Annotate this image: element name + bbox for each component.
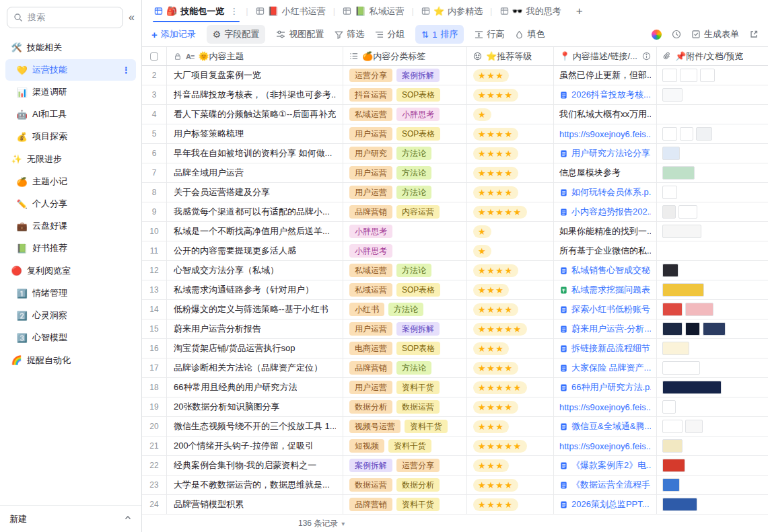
rating-cell[interactable]: ★★★★★	[467, 378, 554, 397]
attachments-cell[interactable]	[657, 417, 768, 436]
doc-link[interactable]: 小内容趋势报告202...	[571, 206, 651, 218]
rating-cell[interactable]: ★★★	[467, 456, 554, 475]
attachment-thumbnail[interactable]	[662, 322, 683, 336]
description-cell[interactable]: 我们私域大概有xx万用...	[554, 105, 657, 124]
description-cell[interactable]: 蔚来用户运营-分析...	[554, 319, 657, 338]
tags-cell[interactable]: 用户运营方法论	[343, 163, 467, 182]
row-number-cell[interactable]: 6	[142, 144, 167, 163]
attachment-thumbnail[interactable]	[680, 127, 693, 141]
select-all-checkbox[interactable]	[150, 52, 158, 61]
tags-cell[interactable]: 小胖思考	[343, 241, 467, 260]
tags-cell[interactable]: 私域运营SOP表格	[343, 280, 467, 299]
generate-form-button[interactable]: 生成表单	[691, 28, 739, 40]
title-cell[interactable]: 蔚来用户运营分析报告	[167, 319, 343, 338]
rating-cell[interactable]: ★★★★	[467, 144, 554, 163]
attachment-thumbnail[interactable]	[662, 459, 685, 472]
row-number-cell[interactable]: 20	[142, 417, 167, 436]
description-cell[interactable]: 私域销售心智成交秘...	[554, 261, 657, 280]
table-tab[interactable]: 🎒技能包一览⋮	[147, 0, 245, 22]
attachment-thumbnail[interactable]	[700, 69, 715, 82]
attachment-thumbnail[interactable]	[662, 420, 683, 433]
title-cell[interactable]: 淘宝货架店铺/货品运营执行sop	[167, 339, 343, 358]
table-tab[interactable]: 📕小红书运营	[249, 0, 333, 22]
attachments-cell[interactable]	[657, 105, 768, 124]
attachment-thumbnail[interactable]	[662, 88, 683, 102]
search-input[interactable]: 搜索	[7, 7, 123, 28]
rating-cell[interactable]: ★★★★	[467, 397, 554, 416]
tags-cell[interactable]: 抖音运营SOP表格	[343, 85, 467, 104]
doc-link[interactable]: 66种用户研究方法.p...	[571, 381, 651, 393]
view-config-button[interactable]: 视图配置	[276, 28, 324, 40]
description-cell[interactable]: 2026抖音投放考核...	[554, 85, 657, 104]
title-cell[interactable]: 经典案例合集刊物-我的启蒙资料之一	[167, 456, 343, 475]
tags-cell[interactable]: 电商运营SOP表格	[343, 339, 467, 358]
title-cell[interactable]: 我感觉每个渠道都可以有适配的品牌小...	[167, 202, 343, 221]
sort-button[interactable]: ⇅ 1 排序	[415, 25, 464, 44]
attachments-cell[interactable]	[657, 456, 768, 475]
rating-cell[interactable]: ★★★★	[467, 85, 554, 104]
row-number-cell[interactable]: 11	[142, 241, 167, 260]
title-cell[interactable]: 200个情绪开头钩子-拉停留，促吸引	[167, 436, 343, 455]
attachments-cell[interactable]	[657, 319, 768, 338]
sidebar-item[interactable]: 💛运营技能⋮	[5, 59, 136, 81]
description-cell[interactable]: 2026策划总监PPT...	[554, 495, 657, 514]
rating-cell[interactable]: ★★★★★	[467, 319, 554, 338]
attachment-thumbnail[interactable]	[662, 186, 677, 199]
attachment-thumbnail[interactable]	[696, 127, 712, 141]
description-cell[interactable]: https://s9oxejnoy6.feis...	[554, 436, 657, 455]
title-cell[interactable]: 大学是不教数据运营的，数据思维就是...	[167, 476, 343, 494]
attachments-cell[interactable]	[657, 144, 768, 163]
url-link[interactable]: https://s9oxejnoy6.feis...	[559, 402, 651, 412]
attachment-thumbnail[interactable]	[662, 283, 704, 297]
attachments-cell[interactable]	[657, 280, 768, 299]
column-header-attachments[interactable]: 📌附件/文档/预览	[657, 47, 768, 65]
tags-cell[interactable]: 用户运营方法论	[343, 183, 467, 202]
row-number-cell[interactable]: 7	[142, 163, 167, 182]
attachment-thumbnail[interactable]	[685, 303, 713, 316]
row-number-cell[interactable]: 9	[142, 202, 167, 221]
row-number-cell[interactable]: 23	[142, 476, 167, 494]
sidebar-item[interactable]: 📗好书推荐	[5, 237, 136, 259]
attachments-cell[interactable]	[657, 183, 768, 202]
rating-cell[interactable]: ★★★	[467, 417, 554, 436]
row-number-cell[interactable]: 16	[142, 339, 167, 358]
tags-cell[interactable]: 用户运营资料干货	[343, 378, 467, 397]
attachments-cell[interactable]	[657, 163, 768, 182]
attachment-thumbnail[interactable]	[703, 322, 726, 336]
rating-cell[interactable]: ★★★★	[467, 300, 554, 319]
sidebar-item[interactable]: 🤖AI和工具	[5, 104, 136, 125]
row-number-cell[interactable]: 4	[142, 105, 167, 124]
rating-cell[interactable]: ★★★	[467, 280, 554, 299]
tags-cell[interactable]: 短视频资料干货	[343, 436, 467, 455]
rating-cell[interactable]: ★★★★	[467, 476, 554, 494]
attachment-thumbnail[interactable]	[662, 478, 680, 492]
tags-cell[interactable]: 视频号运营资料干货	[343, 417, 467, 436]
doc-link[interactable]: 微信豆&全域通&腾...	[571, 420, 651, 432]
add-record-button[interactable]: + 添加记录	[151, 28, 196, 40]
rating-cell[interactable]: ★★★★	[467, 163, 554, 182]
description-cell[interactable]: 如果你能精准的找到一...	[554, 222, 657, 241]
doc-link[interactable]: 私域销售心智成交秘...	[571, 264, 651, 276]
description-cell[interactable]: 拆链接新品流程细节...	[554, 339, 657, 358]
row-number-cell[interactable]: 17	[142, 358, 167, 377]
attachments-cell[interactable]	[657, 66, 768, 85]
attachment-thumbnail[interactable]	[662, 69, 677, 82]
attachment-thumbnail[interactable]	[662, 400, 676, 414]
description-cell[interactable]: 虽然已停止更新，但部...	[554, 66, 657, 85]
column-header-tags[interactable]: 🍊内容分类标签	[343, 47, 467, 65]
description-cell[interactable]: 66种用户研究方法.p...	[554, 378, 657, 397]
title-cell[interactable]: 66种常用且经典的用户研究方法	[167, 378, 343, 397]
row-number-cell[interactable]: 2	[142, 66, 167, 85]
description-cell[interactable]: 如何玩转会员体系.p...	[554, 183, 657, 202]
attachment-thumbnail[interactable]	[662, 166, 695, 180]
sidebar-section-header[interactable]: 🔴复利阅览室	[5, 260, 136, 282]
description-cell[interactable]: 大家保险 品牌资产...	[554, 358, 657, 377]
sidebar-item[interactable]: 🍊主题小记	[5, 171, 136, 192]
title-cell[interactable]: 心智成交方法分享（私域）	[167, 261, 343, 280]
attachment-thumbnail[interactable]	[680, 69, 697, 82]
attachments-cell[interactable]	[657, 85, 768, 104]
attachment-thumbnail[interactable]	[662, 381, 722, 394]
attachment-thumbnail[interactable]	[662, 498, 697, 511]
title-cell[interactable]: 品牌全域用户运营	[167, 163, 343, 182]
sheet-link[interactable]: 私域需求挖掘问题表	[571, 284, 650, 296]
